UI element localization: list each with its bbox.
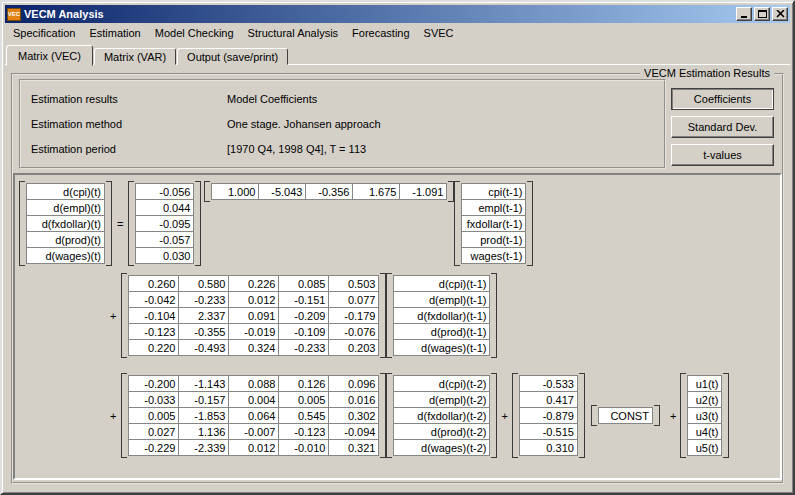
title-bar: VEC VECM Analysis	[5, 5, 790, 23]
info-row-results: Estimation results Model Coefficients	[21, 93, 664, 105]
matrix-cell: 0.016	[329, 392, 379, 408]
menu-structural-analysis[interactable]: Structural Analysis	[241, 25, 345, 41]
matrix-cell: d(empl)(t)	[27, 200, 105, 216]
matrix-cell: 0.260	[129, 276, 179, 292]
matrix-grid: 0.2600.5800.2260.0850.503-0.042-0.2330.0…	[128, 275, 379, 356]
minimize-button[interactable]	[736, 7, 752, 21]
matrix-cell: d(wages)(t-2)	[394, 440, 490, 456]
info-value: One stage. Johansen approach	[227, 118, 664, 130]
tab-content-panel: VECM Estimation Results Estimation resul…	[5, 64, 790, 490]
tab-matrix-var[interactable]: Matrix (VAR)	[94, 48, 176, 65]
matrix-cell: u3(t)	[688, 408, 722, 424]
menu-estimation[interactable]: Estimation	[82, 25, 147, 41]
matrix-cell: -0.209	[279, 308, 329, 324]
matrix-cell: -0.533	[519, 376, 577, 392]
matrix-grid: d(cpi)(t-1)d(empl)(t-1)d(fxdollar)(t-1)d…	[393, 275, 490, 356]
lhs-variables-matrix: d(cpi)(t)d(empl)(t)d(fxdollar)(t)d(prod)…	[19, 181, 112, 266]
matrix-cell: 1.136	[179, 424, 229, 440]
close-button[interactable]	[772, 7, 788, 21]
matrix-cell: -0.151	[279, 292, 329, 308]
groupbox-title: VECM Estimation Results	[640, 67, 774, 79]
const-label-matrix: CONST	[591, 405, 660, 426]
gamma2-matrix: -0.200-1.1430.0880.1260.096-0.033-0.1570…	[121, 373, 386, 458]
levels-labels-matrix: cpi(t-1)empl(t-1)fxdollar(t-1)prod(t-1)w…	[454, 181, 533, 266]
window-title: VECM Analysis	[24, 8, 736, 20]
matrix-cell: -0.104	[129, 308, 179, 324]
menu-svec[interactable]: SVEC	[417, 25, 461, 41]
matrix-cell: -0.109	[279, 324, 329, 340]
matrix-cell: u1(t)	[688, 376, 722, 392]
matrix-grid: -0.0560.044-0.095-0.0570.030	[135, 183, 194, 264]
matrix-cell: u5(t)	[688, 440, 722, 456]
menu-specification[interactable]: Specification	[6, 25, 82, 41]
plus-operator: +	[670, 410, 676, 422]
menu-bar: Specification Estimation Model Checking …	[5, 23, 790, 42]
standard-dev-button[interactable]: Standard Dev.	[671, 116, 774, 138]
gamma1-matrix: 0.2600.5800.2260.0850.503-0.042-0.2330.0…	[121, 273, 386, 358]
matrix-cell: -0.879	[519, 408, 577, 424]
matrix-cell: -0.229	[129, 440, 179, 456]
matrix-grid: CONST	[598, 407, 653, 424]
matrix-cell: 0.077	[329, 292, 379, 308]
app-icon: VEC	[7, 8, 21, 21]
matrix-cell: d(fxdollar)(t-2)	[394, 408, 490, 424]
matrix-cell: -0.010	[279, 440, 329, 456]
matrix-cell: -0.515	[519, 424, 577, 440]
matrix-cell: d(cpi)(t-2)	[394, 376, 490, 392]
matrix-cell: -0.094	[329, 424, 379, 440]
matrix-grid: d(cpi)(t)d(empl)(t)d(fxdollar)(t)d(prod)…	[26, 183, 105, 264]
matrix-cell: 0.321	[329, 440, 379, 456]
matrix-cell: d(prod)(t-1)	[394, 324, 490, 340]
matrix-cell: u4(t)	[688, 424, 722, 440]
matrix-cell: 0.096	[329, 376, 379, 392]
matrix-grid: -0.5330.417-0.879-0.5150.310	[519, 375, 578, 456]
matrix-cell: 0.580	[179, 276, 229, 292]
matrix-cell: 0.220	[129, 340, 179, 356]
matrix-cell: -1.091	[400, 184, 447, 200]
info-row-period: Estimation period [1970 Q4, 1998 Q4], T …	[21, 143, 664, 155]
tab-matrix-vec[interactable]: Matrix (VEC)	[6, 45, 93, 66]
matrix-cell: 0.004	[229, 392, 279, 408]
matrix-cell: d(prod)(t)	[27, 232, 105, 248]
t-values-button[interactable]: t-values	[671, 144, 774, 166]
matrix-cell: empl(t-1)	[462, 200, 526, 216]
maximize-icon	[758, 10, 767, 19]
minimize-icon	[740, 10, 749, 19]
matrix-cell: -0.123	[129, 324, 179, 340]
maximize-button[interactable]	[754, 7, 770, 21]
matrix-cell: -0.233	[279, 340, 329, 356]
matrix-cell: -1.143	[179, 376, 229, 392]
matrix-panel: d(cpi)(t)d(empl)(t)d(fxdollar)(t)d(prod)…	[13, 173, 782, 480]
matrix-cell: 0.126	[279, 376, 329, 392]
menu-model-checking[interactable]: Model Checking	[148, 25, 241, 41]
matrix-cell: -5.043	[259, 184, 306, 200]
coefficients-button[interactable]: Coefficients	[671, 88, 774, 110]
matrix-cell: 0.005	[279, 392, 329, 408]
matrix-cell: wages(t-1)	[462, 248, 526, 264]
menu-forecasting[interactable]: Forecasting	[345, 25, 416, 41]
tab-strip: Matrix (VEC) Matrix (VAR) Output (save/p…	[6, 44, 289, 65]
diff-lag1-labels-matrix: d(cpi)(t-1)d(empl)(t-1)d(fxdollar)(t-1)d…	[386, 273, 497, 358]
matrix-cell: 0.005	[129, 408, 179, 424]
tab-output[interactable]: Output (save/print)	[177, 48, 288, 65]
equals-operator: =	[117, 218, 123, 230]
matrix-cell: -0.042	[129, 292, 179, 308]
matrix-cell: u2(t)	[688, 392, 722, 408]
info-value: Model Coefficients	[227, 93, 664, 105]
matrix-cell: d(empl)(t-1)	[394, 292, 490, 308]
window-controls	[736, 7, 788, 21]
plus-operator: +	[110, 410, 116, 422]
matrix-grid: 1.000-5.043-0.3561.675-1.091	[211, 183, 447, 200]
matrix-cell: d(prod)(t-2)	[394, 424, 490, 440]
matrix-cell: -0.200	[129, 376, 179, 392]
matrix-cell: -0.355	[179, 324, 229, 340]
matrix-cell: d(fxdollar)(t)	[27, 216, 105, 232]
plus-operator: +	[501, 410, 507, 422]
matrix-cell: 0.310	[519, 440, 577, 456]
matrix-cell: 0.088	[229, 376, 279, 392]
residuals-matrix: u1(t)u2(t)u3(t)u4(t)u5(t)	[680, 373, 729, 458]
matrix-cell: prod(t-1)	[462, 232, 526, 248]
matrix-cell: -0.179	[329, 308, 379, 324]
matrix-cell: -0.076	[329, 324, 379, 340]
info-row-method: Estimation method One stage. Johansen ap…	[21, 118, 664, 130]
